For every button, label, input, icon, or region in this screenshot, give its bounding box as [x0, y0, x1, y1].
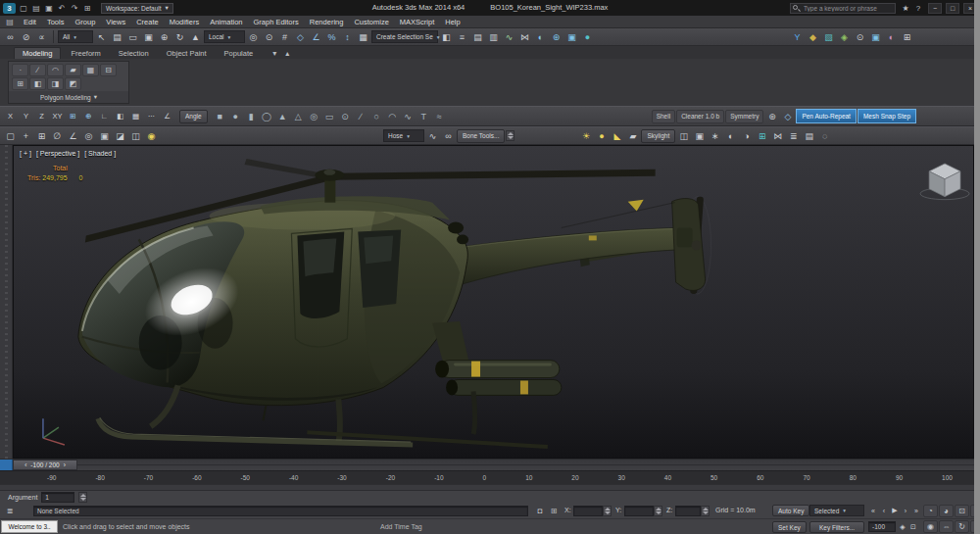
tape-helper-icon[interactable]: ∅ — [50, 128, 65, 143]
select-and-move-icon[interactable]: ⊕ — [157, 29, 172, 44]
settings-gear-icon[interactable]: ⊛ — [764, 109, 779, 123]
percent-snap-icon[interactable]: % — [324, 29, 339, 44]
workspace-dropdown[interactable]: Workspace: Default ▾ — [101, 3, 173, 14]
target-camera-icon[interactable]: ▣ — [692, 128, 707, 143]
selected-set-dropdown[interactable]: Selected▾ — [809, 505, 864, 516]
open-file-icon[interactable]: ▤ — [30, 2, 42, 14]
grid-helper-icon[interactable]: ⊞ — [34, 128, 49, 143]
shell-button[interactable]: Shell — [652, 110, 675, 123]
viewport[interactable]: [ + ][ Perspective ][ Shaded ] Total Tri… — [13, 145, 974, 459]
reference-coordinate-dropdown[interactable]: Local▾ — [204, 30, 245, 43]
y-spinner[interactable] — [654, 506, 662, 516]
material-editor-icon[interactable]: ◐ — [533, 29, 548, 44]
welcome-button[interactable]: Welcome to 3.. — [1, 520, 58, 533]
restrict-z-icon[interactable]: Z — [34, 109, 49, 123]
y-constraint-icon[interactable]: Y — [790, 29, 805, 44]
absolute-mode-icon[interactable]: ⊞ — [548, 505, 560, 516]
snap-magnet-icon[interactable]: ◇ — [780, 109, 795, 123]
time-slider-track[interactable] — [77, 460, 974, 470]
select-and-rotate-icon[interactable]: ↻ — [172, 29, 187, 44]
go-to-start-icon[interactable]: « — [868, 505, 878, 516]
assembly-icon[interactable]: ◫ — [128, 128, 143, 143]
listener-icon[interactable]: ≣ — [4, 505, 16, 516]
teapot-primitive-icon[interactable]: ⊙ — [338, 109, 353, 123]
protractor-helper-icon[interactable]: ∠ — [66, 128, 80, 143]
new-scene-icon[interactable]: ▢ — [18, 2, 29, 14]
angle-snap-icon[interactable]: ∠ — [309, 29, 323, 44]
torus-primitive-icon[interactable]: ◯ — [260, 109, 274, 123]
project-folder-icon[interactable]: ⊞ — [81, 2, 93, 14]
help-icon[interactable]: ? — [912, 2, 924, 14]
array-tool-icon[interactable]: ▦ — [128, 109, 143, 123]
bind-to-space-warp-icon[interactable]: ∝ — [34, 29, 49, 44]
tab-modeling[interactable]: Modeling — [14, 47, 61, 59]
zoom-extents-icon[interactable]: ⊡ — [955, 505, 969, 517]
layer-explorer-icon[interactable]: ▤ — [470, 29, 485, 44]
mirror-axis-icon[interactable]: ◧ — [113, 109, 127, 123]
plane-primitive-icon[interactable]: ▭ — [322, 109, 337, 123]
key-filters-button[interactable]: Key Filters... — [809, 521, 864, 533]
scene-explorer-icon[interactable]: ▤ — [4, 16, 16, 27]
effects-icon[interactable]: ∗ — [708, 128, 722, 143]
symmetry-button[interactable]: Symmetry — [725, 110, 763, 123]
maximize-button[interactable]: □ — [946, 3, 959, 14]
bone-size-spinner[interactable] — [506, 130, 514, 141]
ribbon-options-icon[interactable]: ▾ — [269, 47, 280, 59]
ribbon-minimize-icon[interactable]: ▴ — [281, 47, 293, 59]
arc-shape-icon[interactable]: ◠ — [385, 109, 400, 123]
omni-light-icon[interactable]: ● — [594, 128, 609, 143]
minimize-button[interactable]: − — [928, 3, 942, 14]
previous-frame-arrow[interactable]: ‹ — [24, 461, 26, 468]
redo-icon[interactable]: ↷ — [69, 2, 80, 14]
state-sets-icon[interactable]: ≣ — [786, 128, 801, 143]
preview-subobj-icon[interactable]: ⊟ — [100, 64, 117, 76]
exposure-control-icon[interactable]: ◑ — [739, 128, 754, 143]
text-shape-icon[interactable]: T — [416, 109, 431, 123]
border-mode-icon[interactable]: ◠ — [47, 64, 64, 76]
current-frame-field[interactable]: -100 — [868, 521, 896, 532]
isolate-selection-icon[interactable]: ◌ — [817, 128, 832, 143]
render-setup-icon[interactable]: ⊛ — [549, 29, 564, 44]
select-and-link-icon[interactable]: ∞ — [3, 29, 18, 44]
tab-selection[interactable]: Selection — [111, 48, 157, 59]
container-icon[interactable]: ▣ — [97, 128, 112, 143]
measure-angle-icon[interactable]: ∠ — [160, 109, 174, 123]
select-by-name-icon[interactable]: ▤ — [110, 29, 124, 44]
spinner-snap-icon[interactable]: ↕ — [340, 29, 355, 44]
render-production-icon[interactable]: ● — [580, 29, 595, 44]
custom-tool-2-icon[interactable]: ▧ — [821, 29, 836, 44]
x-coordinate-field[interactable] — [573, 506, 603, 516]
skylight-button[interactable]: Skylight — [641, 129, 675, 143]
tube-primitive-icon[interactable]: ◎ — [307, 109, 321, 123]
daylight-icon[interactable]: ☀ — [578, 128, 593, 143]
tab-freeform[interactable]: Freeform — [63, 48, 108, 59]
curve-editor-icon[interactable]: ∿ — [502, 29, 516, 44]
compass-helper-icon[interactable]: ◎ — [81, 128, 96, 143]
collapse-stack-icon[interactable]: ◧ — [29, 77, 46, 90]
parameter-wire-icon[interactable]: ∞ — [441, 128, 456, 143]
named-selection-dropdown[interactable]: Create Selection Se▾ — [371, 30, 438, 43]
hose-dropdown[interactable]: Hose▾ — [383, 129, 424, 142]
cleaner-button[interactable]: Cleaner 1.0 b — [676, 110, 724, 123]
helix-shape-icon[interactable]: ≈ — [432, 109, 447, 123]
viewport-left-divider[interactable] — [0, 145, 13, 459]
max-logo-icon[interactable]: 3 — [3, 3, 16, 14]
selection-filter-dropdown[interactable]: All▾ — [58, 30, 93, 43]
use-pivot-center-icon[interactable]: ◎ — [246, 29, 261, 44]
set-key-button[interactable]: Set Key — [772, 521, 807, 533]
restrict-plane-icon[interactable]: XY — [50, 109, 65, 123]
pan-view-icon[interactable]: ⇔ — [939, 520, 954, 533]
z-coordinate-field[interactable] — [675, 506, 701, 516]
line-shape-icon[interactable]: ∕ — [354, 109, 368, 123]
undo-icon[interactable]: ↶ — [56, 2, 68, 14]
y-coordinate-field[interactable] — [624, 506, 654, 516]
restrict-y-icon[interactable]: Y — [19, 109, 33, 123]
menu-animation[interactable]: Animation — [210, 18, 242, 26]
lock-selection-icon[interactable]: ◘ — [534, 505, 546, 516]
tab-object-paint[interactable]: Object Paint — [159, 48, 215, 59]
menu-customize[interactable]: Customize — [354, 18, 388, 26]
custom-tool-7-icon[interactable]: ⊞ — [900, 29, 914, 44]
edge-mode-icon[interactable]: ∕ — [29, 64, 46, 76]
modify-mode-icon[interactable]: ◩ — [65, 77, 81, 90]
previous-frame-icon[interactable]: ‹ — [879, 505, 889, 516]
